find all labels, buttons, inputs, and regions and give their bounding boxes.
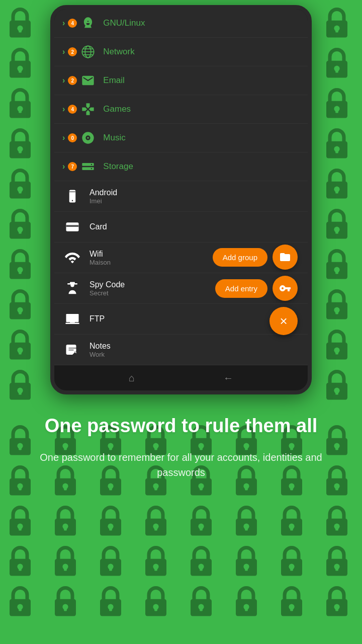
svg-rect-23 [66, 314, 79, 322]
entry-title-notes: Notes [89, 342, 111, 351]
badge-network: 2 [68, 47, 77, 56]
svg-rect-22 [70, 282, 75, 284]
email-icon [79, 71, 97, 90]
category-item-storage[interactable]: › 7 Storage [54, 152, 308, 181]
music-icon [79, 129, 97, 147]
wifi-icon [62, 248, 82, 268]
entry-item-android[interactable]: Android Imei [54, 181, 308, 212]
bottom-text-section: One password to rule them all One passwo… [0, 394, 362, 495]
chevron-icon: › [62, 76, 65, 85]
svg-point-13 [91, 164, 92, 165]
entry-title-card: Card [89, 222, 107, 231]
notes-icon [62, 340, 82, 360]
chevron-icon: › [62, 162, 65, 171]
close-icon: × [280, 313, 287, 329]
entry-subtitle-android: Imei [89, 197, 117, 205]
add-entry-button[interactable]: Add entry [215, 279, 267, 298]
spy-icon [62, 278, 82, 298]
category-label-email: Email [103, 75, 125, 86]
badge-games: 4 [68, 105, 77, 114]
badge-storage: 7 [68, 162, 77, 171]
svg-rect-19 [66, 225, 79, 227]
smartphone-icon [62, 186, 82, 206]
badge-gnu-linux: 4 [68, 19, 77, 28]
category-label-games: Games [103, 104, 131, 114]
home-nav-icon[interactable]: ⌂ [129, 372, 135, 384]
card-icon [62, 217, 82, 237]
close-fab-button[interactable]: × [269, 307, 298, 335]
svg-point-10 [87, 137, 89, 139]
subtext-paragraph: One password to remember for all your ac… [20, 450, 342, 480]
fab-container: Add group Add entry × [213, 245, 298, 335]
chevron-icon: › [62, 133, 65, 142]
laptop-icon [62, 309, 82, 329]
category-item-network[interactable]: › 2 Network [54, 38, 308, 66]
entry-title-wifi: Wifi [89, 250, 111, 259]
entry-subtitle-wifi: Maison [89, 259, 111, 266]
phone-device: › 4 GNU/Linux › 2 Network [50, 5, 312, 394]
storage-icon [79, 157, 97, 176]
entry-title-android: Android [89, 188, 117, 197]
badge-music: 0 [68, 133, 77, 142]
games-icon [79, 100, 97, 118]
category-item-gnu-linux[interactable]: › 4 GNU/Linux [54, 9, 308, 38]
entry-title-ftp: FTP [89, 314, 105, 324]
category-label-music: Music [103, 133, 125, 143]
back-nav-icon[interactable]: ← [223, 372, 233, 384]
network-icon [79, 43, 97, 61]
entry-subtitle-notes: Work [89, 351, 111, 358]
add-group-button[interactable]: Add group [213, 248, 267, 267]
chevron-icon: › [62, 19, 65, 28]
svg-point-16 [72, 200, 73, 202]
headline-text: One password to rule them all [20, 415, 342, 438]
add-entry-key-button[interactable] [273, 276, 298, 301]
phone-bottom-nav: ⌂ ← [54, 365, 308, 390]
entry-item-notes[interactable]: Notes Work [54, 335, 308, 365]
category-item-games[interactable]: › 4 Games [54, 95, 308, 124]
chevron-icon: › [62, 47, 65, 56]
add-group-row: Add group [213, 245, 298, 270]
svg-rect-25 [70, 321, 75, 323]
svg-rect-24 [65, 323, 79, 325]
chevron-icon: › [62, 105, 65, 114]
add-entry-row: Add entry [215, 276, 298, 301]
entry-title-spy-code: Spy Code [89, 280, 125, 289]
linux-icon [79, 14, 97, 32]
category-label-gnu-linux: GNU/Linux [103, 18, 145, 28]
entry-subtitle-spy-code: Secret [89, 289, 125, 297]
category-item-email[interactable]: › 2 Email [54, 66, 308, 95]
svg-rect-12 [82, 167, 94, 170]
category-label-storage: Storage [103, 162, 133, 172]
category-list: › 4 GNU/Linux › 2 Network [54, 9, 308, 181]
category-label-network: Network [103, 47, 134, 57]
svg-rect-11 [82, 163, 94, 166]
category-item-music[interactable]: › 0 Music [54, 124, 308, 152]
add-group-folder-button[interactable] [273, 245, 298, 270]
entry-list: Android Imei Card [54, 181, 308, 365]
entry-item-card[interactable]: Card [54, 212, 308, 243]
svg-point-14 [91, 168, 92, 169]
badge-email: 2 [68, 76, 77, 85]
